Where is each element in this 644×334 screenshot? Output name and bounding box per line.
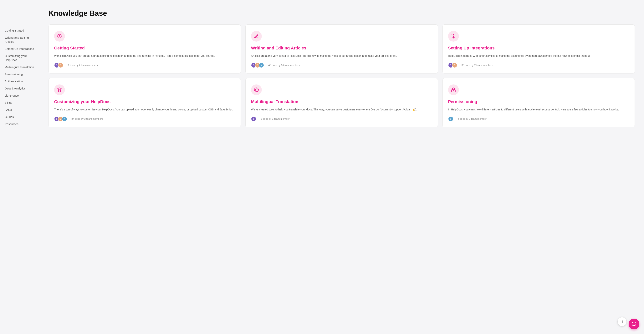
card-docs-count-customizing: 34 docs by 3 team members	[72, 117, 103, 120]
card-integrations[interactable]: Setting Up IntegrationsHelpDocs integrat…	[442, 24, 635, 73]
scroll-top-button[interactable]: ⇧	[618, 317, 627, 326]
page-title: Knowledge Base	[48, 9, 635, 17]
svg-point-3	[453, 90, 454, 91]
card-meta-integrations: SJ35 docs by 2 team members	[448, 62, 629, 68]
sidebar-item-lighthouse[interactable]: Lighthouse	[4, 92, 38, 99]
sidebar-item-billing[interactable]: Billing	[4, 99, 38, 106]
avatar-group-customizing: SJK	[54, 116, 67, 122]
avatar: K	[259, 62, 264, 68]
card-desc-customizing: There's a ton of ways to customize your …	[54, 107, 235, 112]
main-content: Knowledge Base Getting StartedWith HelpD…	[42, 0, 644, 334]
sidebar-item-guides[interactable]: Guides	[4, 113, 38, 120]
card-title-permissioning: Permissioning	[448, 99, 629, 105]
card-desc-integrations: HelpDocs integrates with other services …	[448, 54, 629, 58]
card-desc-multilingual: We've created tools to help you translat…	[251, 107, 432, 112]
card-desc-permissioning: In HelpDocs, you can show different arti…	[448, 107, 629, 112]
chat-button[interactable]	[628, 319, 640, 330]
avatar-group-integrations: SJ	[448, 62, 457, 68]
card-docs-count-integrations: 35 docs by 2 team members	[462, 64, 493, 66]
card-customizing[interactable]: Customizing your HelpDocsThere's a ton o…	[48, 78, 241, 127]
sidebar-item-faqs[interactable]: FAQs	[4, 106, 38, 113]
card-title-writing-editing: Writing and Editing Articles	[251, 45, 432, 51]
sidebar-item-integrations[interactable]: Setting Up Integrations	[4, 45, 38, 52]
avatar: S	[251, 116, 256, 122]
card-docs-count-permissioning: 4 docs by 1 team member	[458, 117, 486, 120]
sidebar-item-customizing[interactable]: Customizing your HelpDocs	[4, 52, 38, 63]
card-icon-permissioning	[448, 84, 459, 95]
card-desc-writing-editing: Articles are at the very center of HelpD…	[251, 54, 432, 58]
cards-grid: Getting StartedWith HelpDocs you can cre…	[48, 24, 635, 127]
card-icon-customizing	[54, 84, 65, 95]
avatar-group-getting-started: SJ	[54, 62, 63, 68]
card-meta-permissioning: S4 docs by 1 team member	[448, 116, 629, 122]
sidebar-item-getting-started[interactable]: Getting Started	[4, 27, 38, 34]
card-title-multilingual: Multilingual Translation	[251, 99, 432, 105]
card-title-customizing: Customizing your HelpDocs	[54, 99, 235, 105]
card-multilingual[interactable]: Multilingual TranslationWe've created to…	[246, 78, 438, 127]
sidebar: Getting StartedWriting and Editing Artic…	[0, 0, 42, 334]
card-icon-integrations	[448, 31, 459, 41]
sidebar-item-resources[interactable]: Resources	[4, 120, 38, 128]
card-permissioning[interactable]: PermissioningIn HelpDocs, you can show d…	[442, 78, 635, 127]
card-meta-customizing: SJK34 docs by 3 team members	[54, 116, 235, 122]
card-meta-multilingual: S3 docs by 1 team member	[251, 116, 432, 122]
avatar: J	[58, 62, 63, 68]
card-getting-started[interactable]: Getting StartedWith HelpDocs you can cre…	[48, 24, 241, 73]
sidebar-item-multilingual[interactable]: Multilingual Translation	[4, 63, 38, 71]
card-desc-getting-started: With HelpDocs you can create a great loo…	[54, 54, 235, 58]
card-meta-getting-started: SJ9 docs by 2 team members	[54, 62, 235, 68]
avatar-group-writing-editing: SJK	[251, 62, 264, 68]
card-icon-multilingual	[251, 84, 262, 95]
sidebar-item-authentication[interactable]: Authentication	[4, 78, 38, 85]
layout: Getting StartedWriting and Editing Artic…	[0, 0, 644, 334]
avatar: K	[62, 116, 67, 122]
avatar: J	[452, 62, 457, 68]
card-icon-writing-editing	[251, 31, 262, 41]
card-meta-writing-editing: SJK40 docs by 3 team members	[251, 62, 432, 68]
card-title-getting-started: Getting Started	[54, 45, 235, 51]
sidebar-item-permissioning[interactable]: Permissioning	[4, 71, 38, 78]
avatar-group-permissioning: S	[448, 116, 454, 122]
avatar-group-multilingual: S	[251, 116, 256, 122]
svg-point-1	[453, 35, 454, 37]
card-writing-editing[interactable]: Writing and Editing ArticlesArticles are…	[246, 24, 438, 73]
card-title-integrations: Setting Up Integrations	[448, 45, 629, 51]
sidebar-item-writing-editing[interactable]: Writing and Editing Articles	[4, 34, 38, 45]
card-docs-count-writing-editing: 40 docs by 3 team members	[268, 64, 300, 66]
card-icon-getting-started	[54, 31, 65, 41]
card-docs-count-multilingual: 3 docs by 1 team member	[260, 117, 290, 120]
avatar: S	[448, 116, 454, 122]
card-docs-count-getting-started: 9 docs by 2 team members	[68, 64, 98, 66]
sidebar-item-analytics[interactable]: Data & Analytics	[4, 85, 38, 92]
